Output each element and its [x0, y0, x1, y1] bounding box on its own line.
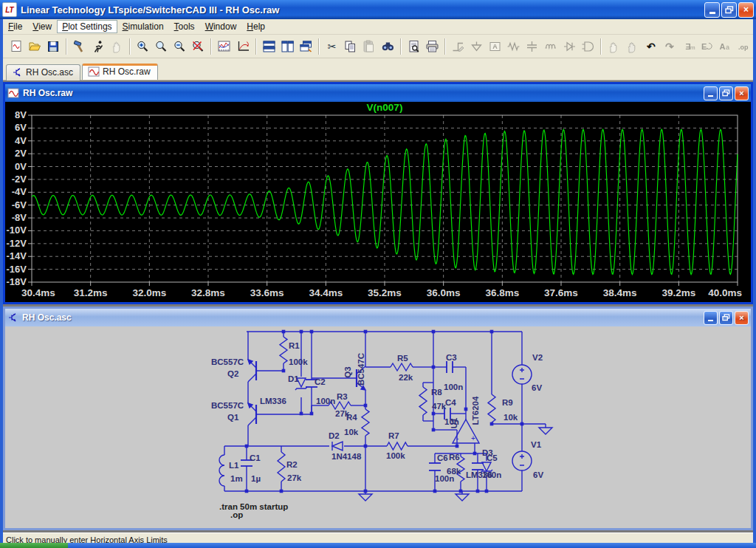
- component-label[interactable]: V1: [531, 440, 542, 449]
- component-label[interactable]: R7: [388, 431, 399, 440]
- component-label[interactable]: V2: [532, 353, 543, 362]
- autorange-icon[interactable]: [215, 36, 233, 56]
- component-label[interactable]: BC557C: [211, 357, 244, 366]
- component-label[interactable]: C3: [446, 353, 457, 362]
- component-label[interactable]: 22k: [399, 373, 413, 382]
- component-label[interactable]: 100n: [316, 397, 335, 405]
- component-label[interactable]: R2: [286, 460, 298, 469]
- diode-d2-symbol[interactable]: [332, 442, 343, 451]
- component-label[interactable]: 100k: [289, 357, 308, 366]
- component-label[interactable]: LT6204: [471, 396, 480, 425]
- resistor-symbol[interactable]: [278, 452, 285, 482]
- component-label[interactable]: Q2: [227, 369, 238, 378]
- spice-directive-text[interactable]: .op: [230, 510, 243, 519]
- component-label[interactable]: BC547C: [357, 353, 365, 386]
- component-label[interactable]: L1: [229, 461, 239, 470]
- component-label[interactable]: 1N4148: [331, 452, 362, 461]
- waveform-minimize-button[interactable]: [704, 86, 718, 100]
- component-label[interactable]: 6V: [532, 383, 542, 392]
- spice-directive-text[interactable]: .tran 50m startup: [219, 502, 288, 511]
- tile-horizontal-icon[interactable]: [260, 36, 278, 56]
- copy-icon[interactable]: [341, 36, 360, 56]
- waveform-plot[interactable]: 8V6V4V2V0V-2V-4V-6V-8V-10V-12V-14V-16V-1…: [5, 102, 748, 302]
- component-label[interactable]: R1: [289, 341, 300, 350]
- zoom-out-icon[interactable]: [171, 36, 189, 56]
- component-label[interactable]: R8: [431, 388, 442, 397]
- menu-item-tools[interactable]: Tools: [169, 20, 200, 33]
- component-label[interactable]: R5: [397, 354, 408, 363]
- transistor-q1-symbol[interactable]: [248, 403, 256, 425]
- menu-item-window[interactable]: Window: [200, 20, 242, 33]
- component-label[interactable]: 1µ: [251, 474, 261, 483]
- component-label[interactable]: R6: [449, 453, 460, 462]
- taskbar-strip[interactable]: [68, 543, 756, 548]
- save-icon[interactable]: [44, 36, 63, 56]
- schematic-minimize-button[interactable]: [704, 311, 718, 325]
- component-label[interactable]: C6: [437, 453, 448, 462]
- restore-button[interactable]: [721, 2, 737, 18]
- trace-name-label[interactable]: V(n007): [367, 102, 403, 113]
- find-icon[interactable]: [378, 36, 396, 56]
- resistor-symbol[interactable]: [280, 337, 287, 363]
- component-label[interactable]: C2: [315, 377, 326, 386]
- inductor-l1-symbol[interactable]: [219, 455, 224, 486]
- schematic-close-button[interactable]: ×: [735, 311, 749, 325]
- component-label[interactable]: R9: [502, 398, 513, 407]
- component-label[interactable]: 6V: [533, 470, 543, 479]
- component-label[interactable]: C4: [445, 398, 456, 407]
- voltage-source-v2-symbol[interactable]: [512, 365, 532, 384]
- component-label[interactable]: C1: [250, 453, 261, 462]
- cut-icon[interactable]: ✂: [323, 36, 341, 56]
- waveform-window-title-bar[interactable]: RH Osc.raw ×: [5, 84, 751, 102]
- component-label[interactable]: Q1: [227, 413, 239, 422]
- resistor-symbol[interactable]: [488, 394, 495, 422]
- component-label[interactable]: 10k: [344, 428, 359, 436]
- tab-rh-osc-raw[interactable]: RH Osc.raw: [82, 64, 158, 80]
- zoom-in-icon[interactable]: [134, 36, 152, 56]
- schematic-window-title-bar[interactable]: RH Osc.asc ×: [5, 309, 751, 326]
- zoom-area-icon[interactable]: [152, 36, 171, 56]
- tab-rh-osc-asc[interactable]: RH Osc.asc: [6, 64, 80, 81]
- menu-item-view[interactable]: View: [27, 20, 57, 33]
- waveform-close-button[interactable]: ×: [735, 86, 749, 100]
- axis-setup-icon[interactable]: [233, 36, 252, 56]
- component-label[interactable]: 100n: [444, 383, 463, 391]
- component-label[interactable]: 47k: [432, 402, 447, 411]
- component-label[interactable]: LM336: [466, 470, 492, 479]
- component-label[interactable]: 1m: [230, 474, 243, 483]
- transistor-q2-symbol[interactable]: [248, 360, 256, 382]
- resistor-symbol[interactable]: [391, 363, 413, 371]
- undo-icon[interactable]: ↶: [642, 36, 660, 56]
- schematic-canvas[interactable]: -+Q2BC557CQ1BC557CQ3BC547CR1100kR227kR32…: [5, 326, 751, 528]
- print-icon[interactable]: [423, 36, 441, 56]
- component-label[interactable]: 10k: [504, 413, 518, 422]
- component-label[interactable]: D3: [482, 448, 493, 457]
- cascade-icon[interactable]: [297, 36, 315, 56]
- component-label[interactable]: D2: [329, 431, 340, 440]
- menu-item-help[interactable]: Help: [241, 20, 270, 33]
- tile-vertical-icon[interactable]: [278, 36, 297, 56]
- component-label[interactable]: BC557C: [211, 401, 244, 410]
- zoom-full-extents-icon[interactable]: [189, 36, 207, 56]
- voltage-source-v1-symbol[interactable]: [512, 451, 532, 470]
- component-label[interactable]: LM336: [260, 397, 286, 405]
- print-preview-icon[interactable]: [405, 36, 423, 56]
- control-panel-icon[interactable]: [70, 36, 89, 56]
- component-label[interactable]: U1: [450, 417, 458, 428]
- run-icon[interactable]: [89, 36, 108, 56]
- waveform-plot-area[interactable]: 8V6V4V2V0V-2V-4V-6V-8V-10V-12V-14V-16V-1…: [5, 102, 751, 302]
- component-label[interactable]: 100n: [435, 474, 454, 483]
- new-plot-icon[interactable]: [7, 36, 26, 56]
- component-label[interactable]: R4: [346, 413, 357, 422]
- component-label[interactable]: 100k: [386, 451, 405, 460]
- menu-item-simulation[interactable]: Simulation: [117, 20, 169, 33]
- resistor-symbol[interactable]: [362, 409, 369, 436]
- menu-item-plot-settings[interactable]: Plot Settings: [57, 20, 117, 33]
- schematic-drawing[interactable]: -+Q2BC557CQ1BC557CQ3BC547CR1100kR227kR32…: [5, 326, 748, 528]
- close-button[interactable]: ×: [738, 2, 754, 18]
- waveform-restore-button[interactable]: [719, 86, 733, 100]
- component-label[interactable]: Q3: [343, 366, 352, 377]
- component-label[interactable]: 27k: [287, 473, 302, 482]
- start-button-edge[interactable]: [0, 543, 68, 548]
- menu-item-file[interactable]: File: [3, 20, 27, 33]
